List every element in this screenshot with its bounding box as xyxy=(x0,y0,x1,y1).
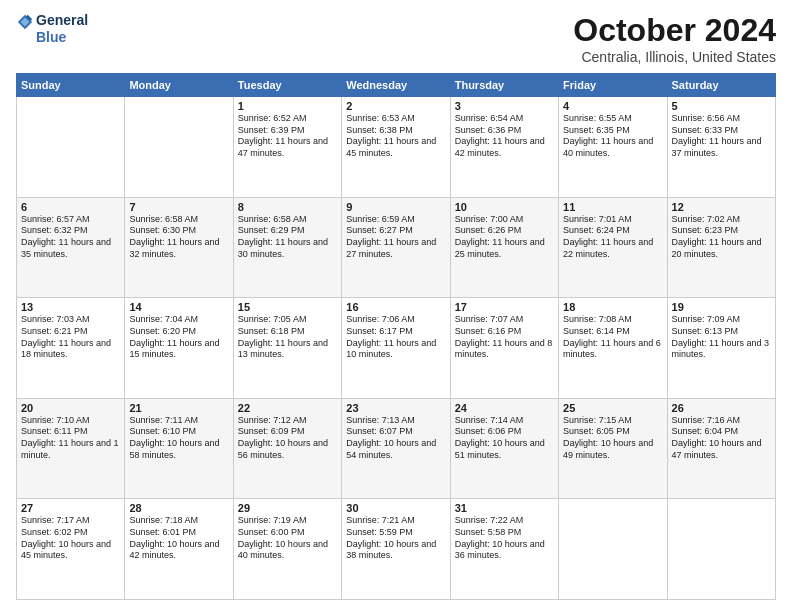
day-number: 8 xyxy=(238,201,337,213)
day-number: 17 xyxy=(455,301,554,313)
calendar-day-cell: 4Sunrise: 6:55 AMSunset: 6:35 PMDaylight… xyxy=(559,97,667,198)
day-info: Sunrise: 7:02 AM xyxy=(672,214,771,226)
calendar-day-cell: 23Sunrise: 7:13 AMSunset: 6:07 PMDayligh… xyxy=(342,398,450,499)
day-info: Sunset: 6:36 PM xyxy=(455,125,554,137)
calendar-day-cell: 5Sunrise: 6:56 AMSunset: 6:33 PMDaylight… xyxy=(667,97,775,198)
day-info: Sunset: 6:16 PM xyxy=(455,326,554,338)
day-info: Sunrise: 6:52 AM xyxy=(238,113,337,125)
day-info: Sunset: 6:02 PM xyxy=(21,527,120,539)
day-info: Sunset: 6:04 PM xyxy=(672,426,771,438)
calendar-day-cell: 8Sunrise: 6:58 AMSunset: 6:29 PMDaylight… xyxy=(233,197,341,298)
calendar-week-row: 1Sunrise: 6:52 AMSunset: 6:39 PMDaylight… xyxy=(17,97,776,198)
calendar-day-cell: 3Sunrise: 6:54 AMSunset: 6:36 PMDaylight… xyxy=(450,97,558,198)
calendar-day-cell: 25Sunrise: 7:15 AMSunset: 6:05 PMDayligh… xyxy=(559,398,667,499)
day-info: Sunset: 6:20 PM xyxy=(129,326,228,338)
calendar-week-row: 20Sunrise: 7:10 AMSunset: 6:11 PMDayligh… xyxy=(17,398,776,499)
calendar-day-header: Monday xyxy=(125,74,233,97)
calendar-day-cell: 24Sunrise: 7:14 AMSunset: 6:06 PMDayligh… xyxy=(450,398,558,499)
calendar-day-cell: 16Sunrise: 7:06 AMSunset: 6:17 PMDayligh… xyxy=(342,298,450,399)
day-info: Daylight: 11 hours and 47 minutes. xyxy=(238,136,337,159)
calendar-day-cell: 12Sunrise: 7:02 AMSunset: 6:23 PMDayligh… xyxy=(667,197,775,298)
calendar-day-cell: 14Sunrise: 7:04 AMSunset: 6:20 PMDayligh… xyxy=(125,298,233,399)
calendar-day-cell xyxy=(125,97,233,198)
calendar-day-header: Saturday xyxy=(667,74,775,97)
calendar-day-cell xyxy=(559,499,667,600)
day-number: 3 xyxy=(455,100,554,112)
calendar-day-cell: 30Sunrise: 7:21 AMSunset: 5:59 PMDayligh… xyxy=(342,499,450,600)
day-info: Sunrise: 7:21 AM xyxy=(346,515,445,527)
calendar-day-cell: 27Sunrise: 7:17 AMSunset: 6:02 PMDayligh… xyxy=(17,499,125,600)
day-info: Sunrise: 7:12 AM xyxy=(238,415,337,427)
calendar-day-header: Wednesday xyxy=(342,74,450,97)
day-info: Sunrise: 7:03 AM xyxy=(21,314,120,326)
day-number: 16 xyxy=(346,301,445,313)
logo-text: General Blue xyxy=(36,12,88,46)
calendar-day-cell: 2Sunrise: 6:53 AMSunset: 6:38 PMDaylight… xyxy=(342,97,450,198)
day-info: Daylight: 11 hours and 13 minutes. xyxy=(238,338,337,361)
day-info: Daylight: 10 hours and 40 minutes. xyxy=(238,539,337,562)
calendar-header-row: SundayMondayTuesdayWednesdayThursdayFrid… xyxy=(17,74,776,97)
day-info: Daylight: 11 hours and 15 minutes. xyxy=(129,338,228,361)
day-info: Daylight: 11 hours and 6 minutes. xyxy=(563,338,662,361)
day-info: Sunset: 6:14 PM xyxy=(563,326,662,338)
day-info: Sunrise: 7:13 AM xyxy=(346,415,445,427)
day-info: Daylight: 11 hours and 25 minutes. xyxy=(455,237,554,260)
calendar-day-cell: 17Sunrise: 7:07 AMSunset: 6:16 PMDayligh… xyxy=(450,298,558,399)
day-info: Sunset: 6:21 PM xyxy=(21,326,120,338)
calendar-day-header: Thursday xyxy=(450,74,558,97)
calendar-day-cell: 28Sunrise: 7:18 AMSunset: 6:01 PMDayligh… xyxy=(125,499,233,600)
day-info: Daylight: 10 hours and 49 minutes. xyxy=(563,438,662,461)
day-info: Sunrise: 7:05 AM xyxy=(238,314,337,326)
logo-icon xyxy=(16,13,34,31)
day-info: Sunset: 6:00 PM xyxy=(238,527,337,539)
day-info: Sunrise: 6:56 AM xyxy=(672,113,771,125)
day-info: Sunrise: 6:54 AM xyxy=(455,113,554,125)
calendar-table: SundayMondayTuesdayWednesdayThursdayFrid… xyxy=(16,73,776,600)
header: General Blue October 2024 Centralia, Ill… xyxy=(16,12,776,65)
calendar-day-cell: 26Sunrise: 7:16 AMSunset: 6:04 PMDayligh… xyxy=(667,398,775,499)
day-info: Daylight: 11 hours and 32 minutes. xyxy=(129,237,228,260)
day-info: Sunrise: 7:16 AM xyxy=(672,415,771,427)
day-number: 11 xyxy=(563,201,662,213)
day-number: 13 xyxy=(21,301,120,313)
day-info: Sunset: 6:35 PM xyxy=(563,125,662,137)
day-info: Sunrise: 6:59 AM xyxy=(346,214,445,226)
day-info: Daylight: 10 hours and 56 minutes. xyxy=(238,438,337,461)
calendar-day-cell: 22Sunrise: 7:12 AMSunset: 6:09 PMDayligh… xyxy=(233,398,341,499)
day-number: 31 xyxy=(455,502,554,514)
day-info: Sunrise: 6:57 AM xyxy=(21,214,120,226)
day-info: Sunrise: 7:17 AM xyxy=(21,515,120,527)
calendar-week-row: 6Sunrise: 6:57 AMSunset: 6:32 PMDaylight… xyxy=(17,197,776,298)
day-info: Sunrise: 7:07 AM xyxy=(455,314,554,326)
day-info: Sunrise: 7:14 AM xyxy=(455,415,554,427)
day-number: 25 xyxy=(563,402,662,414)
day-info: Sunset: 6:17 PM xyxy=(346,326,445,338)
day-info: Sunrise: 7:18 AM xyxy=(129,515,228,527)
day-info: Sunrise: 6:53 AM xyxy=(346,113,445,125)
day-number: 14 xyxy=(129,301,228,313)
day-info: Sunset: 6:09 PM xyxy=(238,426,337,438)
day-number: 10 xyxy=(455,201,554,213)
day-info: Sunrise: 7:22 AM xyxy=(455,515,554,527)
day-info: Daylight: 11 hours and 1 minute. xyxy=(21,438,120,461)
calendar-day-cell: 10Sunrise: 7:00 AMSunset: 6:26 PMDayligh… xyxy=(450,197,558,298)
day-info: Sunrise: 7:19 AM xyxy=(238,515,337,527)
day-info: Sunset: 6:27 PM xyxy=(346,225,445,237)
day-info: Sunset: 6:10 PM xyxy=(129,426,228,438)
day-info: Daylight: 11 hours and 3 minutes. xyxy=(672,338,771,361)
calendar-day-cell: 29Sunrise: 7:19 AMSunset: 6:00 PMDayligh… xyxy=(233,499,341,600)
calendar-day-cell: 31Sunrise: 7:22 AMSunset: 5:58 PMDayligh… xyxy=(450,499,558,600)
day-info: Sunrise: 7:08 AM xyxy=(563,314,662,326)
day-info: Sunset: 6:30 PM xyxy=(129,225,228,237)
day-info: Sunset: 6:05 PM xyxy=(563,426,662,438)
day-info: Daylight: 10 hours and 45 minutes. xyxy=(21,539,120,562)
day-info: Daylight: 11 hours and 45 minutes. xyxy=(346,136,445,159)
calendar-day-header: Tuesday xyxy=(233,74,341,97)
day-info: Sunset: 6:38 PM xyxy=(346,125,445,137)
calendar-day-cell: 9Sunrise: 6:59 AMSunset: 6:27 PMDaylight… xyxy=(342,197,450,298)
calendar-day-cell: 21Sunrise: 7:11 AMSunset: 6:10 PMDayligh… xyxy=(125,398,233,499)
day-info: Sunset: 6:13 PM xyxy=(672,326,771,338)
day-info: Sunset: 6:11 PM xyxy=(21,426,120,438)
day-info: Daylight: 10 hours and 38 minutes. xyxy=(346,539,445,562)
day-info: Sunrise: 7:01 AM xyxy=(563,214,662,226)
